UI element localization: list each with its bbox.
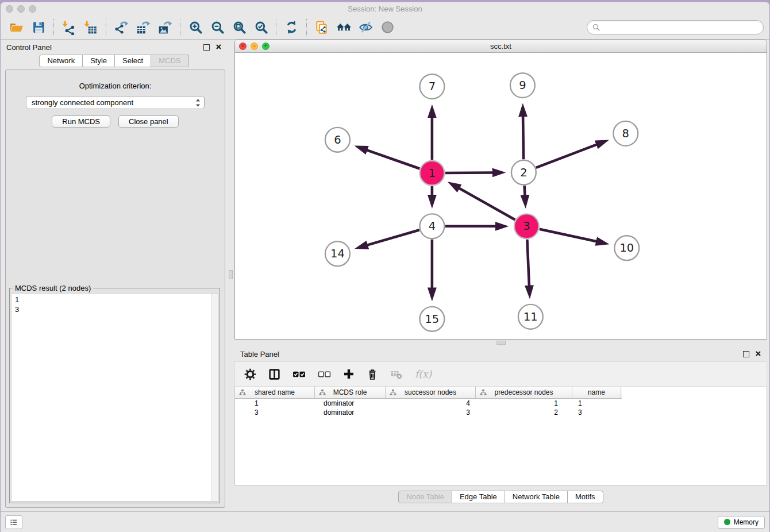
graph-node-8[interactable]: 8: [613, 121, 638, 146]
settings-gear-button[interactable]: [244, 368, 256, 380]
import-table-button[interactable]: [80, 18, 101, 37]
export-table-button[interactable]: [133, 18, 153, 37]
search-input[interactable]: [603, 22, 758, 33]
graph-edge-2-8[interactable]: [536, 144, 598, 168]
add-column-button[interactable]: [343, 368, 355, 380]
apply-function-button[interactable]: f(x): [415, 368, 432, 380]
close-panel-icon[interactable]: [755, 350, 761, 358]
column-header-predecessor-nodes[interactable]: predecessor nodes: [476, 387, 572, 398]
table-cell[interactable]: 3: [572, 408, 621, 417]
graph-edge-2-3[interactable]: [525, 186, 525, 196]
graph-node-2[interactable]: 2: [511, 160, 536, 185]
checked-boxes-icon: [292, 369, 306, 379]
run-mcds-button[interactable]: Run MCDS: [52, 115, 110, 128]
new-network-from-selection-button[interactable]: [311, 18, 332, 37]
result-scrollbar[interactable]: [211, 294, 218, 501]
node-table: shared nameMCDS rolesuccessor nodesprede…: [234, 387, 767, 485]
graph-node-4[interactable]: 4: [419, 214, 444, 238]
graph-edge-1-2[interactable]: [445, 172, 494, 173]
delete-column-button[interactable]: [367, 368, 378, 380]
optimization-criterion-select[interactable]: strongly connected component: [26, 96, 205, 109]
table-cell[interactable]: 1: [235, 399, 315, 408]
select-all-columns-button[interactable]: [292, 369, 306, 379]
delete-table-icon: [390, 369, 403, 379]
table-cell[interactable]: 1: [476, 399, 572, 408]
zoom-out-button[interactable]: [207, 18, 228, 37]
toolbar-separator: [106, 19, 106, 36]
refresh-network-button[interactable]: [281, 18, 302, 37]
network-canvas[interactable]: 1234678910111415: [235, 53, 767, 339]
graph-edge-3-10[interactable]: [540, 229, 597, 242]
save-session-button[interactable]: [28, 18, 49, 37]
tab-edge-table[interactable]: Edge Table: [452, 491, 505, 503]
table-cell[interactable]: dominator: [315, 399, 386, 408]
memory-button[interactable]: Memory: [718, 516, 765, 529]
control-panel: Control Panel NetworkStyleSelectMCDS Opt…: [1, 40, 228, 511]
tab-node-table[interactable]: Node Table: [398, 491, 452, 503]
svg-text:15: 15: [425, 313, 440, 326]
import-network-icon: [61, 20, 76, 35]
mcds-result-textarea[interactable]: 13: [11, 293, 218, 502]
graph-node-1[interactable]: 1: [419, 161, 444, 186]
graph-edge-4-14[interactable]: [367, 230, 419, 245]
graph-node-10[interactable]: 10: [614, 236, 639, 260]
table-cell[interactable]: 3: [386, 408, 476, 417]
open-session-button[interactable]: [6, 18, 27, 37]
column-header-name[interactable]: name: [572, 387, 621, 398]
table-row[interactable]: 1dominator411: [235, 399, 767, 408]
control-panel-header: Control Panel: [1, 40, 228, 55]
graph-node-7[interactable]: 7: [419, 74, 444, 99]
export-network-icon: [114, 20, 129, 35]
table-cell[interactable]: 1: [572, 399, 621, 408]
float-panel-icon[interactable]: [743, 351, 749, 357]
graph-edge-3-11[interactable]: [527, 240, 529, 287]
export-image-button[interactable]: [155, 18, 175, 37]
eye-disabled-button[interactable]: [377, 18, 398, 37]
column-header-successor-nodes[interactable]: successor nodes: [386, 387, 476, 398]
deselect-all-columns-button[interactable]: [318, 369, 331, 379]
graph-node-3[interactable]: 3: [514, 214, 539, 238]
export-network-button[interactable]: [111, 18, 132, 37]
tab-motifs[interactable]: Motifs: [568, 491, 603, 503]
zoom-in-button[interactable]: [185, 18, 206, 37]
tab-select[interactable]: Select: [115, 55, 151, 67]
task-history-button[interactable]: [5, 515, 22, 529]
tab-network[interactable]: Network: [39, 55, 83, 67]
memory-label: Memory: [734, 518, 759, 526]
column-header-mcds-role[interactable]: MCDS role: [315, 387, 386, 398]
zoom-selected-button[interactable]: [251, 18, 271, 37]
hide-eye-button[interactable]: [355, 18, 376, 37]
tab-style[interactable]: Style: [83, 55, 115, 67]
delete-table-button[interactable]: [390, 369, 403, 379]
vertical-splitter[interactable]: [228, 40, 234, 511]
plus-icon: [343, 368, 355, 380]
svg-text:6: 6: [334, 133, 341, 147]
houses-icon: [336, 20, 352, 35]
graph-node-11[interactable]: 11: [518, 304, 543, 329]
table-cell[interactable]: 2: [476, 408, 572, 417]
close-panel-button[interactable]: Close panel: [118, 115, 179, 128]
table-cell[interactable]: dominator: [315, 408, 386, 417]
home-button[interactable]: [333, 18, 354, 37]
horizontal-splitter[interactable]: [234, 340, 767, 346]
table-cell[interactable]: 4: [386, 399, 476, 408]
column-header-shared-name[interactable]: shared name: [235, 387, 315, 398]
graph-node-6[interactable]: 6: [325, 128, 350, 152]
graph-node-14[interactable]: 14: [325, 241, 350, 266]
float-panel-icon[interactable]: [203, 44, 210, 51]
import-network-button[interactable]: [59, 18, 79, 37]
zoom-fit-button[interactable]: [229, 18, 249, 37]
copy-network-icon: [314, 20, 329, 35]
close-panel-icon[interactable]: [215, 43, 222, 52]
graph-edge-1-6[interactable]: [366, 150, 419, 169]
table-cell[interactable]: 3: [235, 408, 315, 417]
column-layout-button[interactable]: [268, 368, 280, 380]
tab-mcds[interactable]: MCDS: [151, 55, 188, 67]
table-row[interactable]: 3dominator323: [235, 408, 767, 417]
graph-edge-3-1[interactable]: [459, 188, 515, 220]
graph-node-15[interactable]: 15: [419, 307, 444, 331]
tab-network-table[interactable]: Network Table: [505, 491, 568, 503]
graph-node-9[interactable]: 9: [510, 73, 535, 98]
graph-svg[interactable]: 1234678910111415: [235, 53, 767, 339]
graph-edge-2-9[interactable]: [523, 115, 523, 159]
